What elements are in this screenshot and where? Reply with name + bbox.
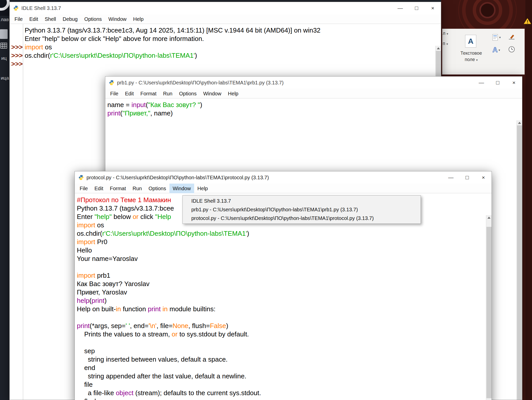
code-segment: , end= — [130, 322, 149, 330]
code-line: sep — [75, 347, 486, 355]
code-line — [75, 313, 486, 322]
signature-line-button[interactable] — [508, 34, 515, 40]
textbox-icon[interactable]: A — [465, 35, 476, 48]
menu-window[interactable]: Window — [200, 89, 225, 98]
code-segment: ) — [200, 101, 202, 109]
menu-options[interactable]: Options — [145, 184, 169, 193]
code-line: Как Вас зовут? Yaroslav — [75, 280, 486, 288]
code-segment: import — [77, 238, 95, 246]
python-icon — [78, 175, 84, 180]
datetime-icon — [508, 46, 515, 53]
shell-prompt: >>> — [10, 60, 25, 68]
code-segment: os.chdir( — [25, 52, 50, 59]
maximize-button[interactable]: □ — [490, 77, 506, 89]
code-segment: ) — [104, 297, 107, 304]
code-segment: r'C:\Users\uprkt\Desktop\ПО\python-labs\… — [102, 230, 247, 237]
scroll-up-button[interactable] — [436, 46, 441, 51]
menu-window[interactable]: Window — [169, 184, 194, 193]
quickparts-button[interactable]: ▾ — [492, 34, 501, 41]
wordart-button[interactable]: A ▾ — [493, 46, 500, 54]
close-button[interactable]: × — [425, 2, 441, 14]
maximize-button[interactable]: □ — [459, 171, 475, 184]
vertical-scrollbar[interactable] — [516, 120, 522, 400]
ribbon-cut-control[interactable]: л ▾ — [443, 31, 448, 36]
menu-run[interactable]: Run — [160, 89, 176, 98]
code-line: Help on built-in function print in modul… — [75, 305, 486, 313]
menu-window[interactable]: Window — [105, 14, 130, 24]
code-segment: (*args, sep= — [90, 322, 126, 330]
menu-options[interactable]: Options — [176, 89, 200, 98]
menu-debug[interactable]: Debug — [59, 14, 81, 24]
signature-line-icon — [508, 34, 515, 40]
left-text-fragment: иц — [1, 55, 7, 61]
window-controls: — □ × — [392, 2, 441, 14]
code-segment: object — [116, 389, 133, 397]
code-segment: Your name=Yaroslav — [77, 255, 138, 262]
maximize-button[interactable]: □ — [408, 2, 425, 14]
code-line: >>>os.chdir(r'C:\Users\uprkt\Desktop\ПО\… — [10, 51, 435, 60]
menu-file[interactable]: File — [76, 184, 91, 193]
code-segment: Pr0 — [95, 238, 107, 246]
menu-edit[interactable]: Edit — [122, 89, 137, 98]
scrollbar-thumb[interactable] — [486, 227, 492, 398]
menu-help[interactable]: Help — [130, 14, 147, 24]
scroll-up-button[interactable] — [486, 215, 492, 220]
left-text-fragment: ица — [1, 75, 9, 81]
ribbon-cut-label: л — [443, 31, 445, 36]
menu-format[interactable]: Format — [107, 184, 129, 193]
code-segment: Prints the values to a stream, — [77, 330, 172, 338]
decor-ring — [479, 2, 496, 18]
code-segment: Привет, Yaroslav — [77, 288, 127, 296]
code-segment: sep — [77, 347, 95, 355]
code-segment: flush — [77, 397, 98, 400]
code-segment: Как Вас зовут? Yaroslav — [77, 280, 149, 288]
dropdown-item[interactable]: IDLE Shell 3.13.7 — [183, 197, 420, 205]
menu-file[interactable]: File — [11, 14, 26, 24]
code-segment: end — [77, 364, 95, 372]
minimize-button[interactable]: — — [443, 171, 459, 184]
minimize-button[interactable]: — — [392, 2, 408, 14]
minimize-button[interactable]: — — [473, 77, 490, 89]
menu-run[interactable]: Run — [129, 184, 145, 193]
textbox-button[interactable]: Текстовое поле ▾ — [456, 50, 486, 63]
code-segment: print — [77, 322, 90, 330]
menu-help[interactable]: Help — [225, 89, 242, 98]
warning-icon — [524, 18, 531, 24]
menu-edit[interactable]: Edit — [91, 184, 106, 193]
datetime-button[interactable] — [508, 46, 515, 53]
quickparts-icon — [492, 34, 498, 41]
window-title: prb1.py - C:\Users\uprkt\Desktop\ПО\pyth… — [117, 80, 284, 86]
code-segment: "Help — [155, 213, 171, 220]
code-segment: , file= — [156, 322, 172, 330]
window-title: protocol.py - C:\Users\uprkt\Desktop\ПО\… — [87, 175, 269, 181]
code-segment: below — [112, 213, 133, 220]
code-segment: name = — [107, 101, 132, 109]
wordart-icon: A — [493, 46, 498, 54]
dropdown-item[interactable]: protocol.py - C:\Users\uprkt\Desktop\ПО\… — [183, 214, 420, 223]
code-segment: os.chdir( — [77, 230, 102, 237]
menu-options[interactable]: Options — [81, 14, 105, 24]
menu-help[interactable]: Help — [194, 184, 211, 193]
ribbon-cut-control[interactable]: п ▾ — [443, 41, 448, 46]
vertical-scrollbar[interactable] — [486, 215, 492, 400]
code-segment: ( — [120, 109, 123, 117]
close-button[interactable]: × — [506, 77, 522, 89]
menu-file[interactable]: File — [107, 89, 122, 98]
code-segment: import — [25, 43, 43, 51]
code-segment: ( — [146, 101, 148, 109]
code-segment: file — [77, 381, 93, 388]
dropdown-item[interactable]: prb1.py - C:\Users\uprkt\Desktop\ПО\pyth… — [183, 205, 420, 214]
code-segment: os — [95, 221, 104, 229]
close-button[interactable]: × — [475, 171, 492, 184]
code-segment: a file-like — [77, 389, 116, 397]
menu-edit[interactable]: Edit — [26, 14, 41, 24]
word-ribbon-fragment: л ▾ п ▾ A Текстовое поле ▾ ▾ — [442, 29, 525, 75]
chevron-down-icon: ▾ — [499, 36, 501, 39]
menu-shell[interactable]: Shell — [41, 14, 59, 24]
menu-format[interactable]: Format — [137, 89, 160, 98]
code-line: end — [75, 364, 486, 372]
code-segment: click — [139, 213, 155, 220]
scrollbar-thumb[interactable] — [517, 125, 522, 400]
scroll-up-button[interactable] — [517, 120, 522, 125]
editor-text-area[interactable]: #Протокол по Теме 1 МамакинPython 3.13.7… — [75, 193, 492, 400]
